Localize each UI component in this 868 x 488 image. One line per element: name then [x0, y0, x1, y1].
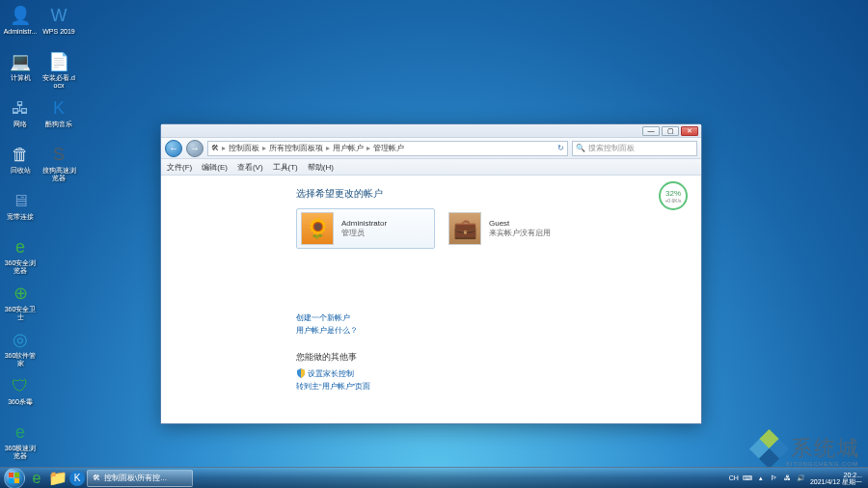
refresh-icon[interactable]: ↻	[557, 144, 564, 152]
address-bar[interactable]: 🛠 ▸ 控制面板 ▸ 所有控制面板项 ▸ 用户帐户 ▸ 管理帐户 ↻	[207, 141, 568, 156]
speed-badge[interactable]: 32% +0.6K/s	[659, 181, 688, 210]
menu-file[interactable]: 文件(F)	[167, 162, 192, 173]
folder-icon: 🛠	[211, 144, 219, 152]
navbar: ← → 🛠 ▸ 控制面板 ▸ 所有控制面板项 ▸ 用户帐户 ▸ 管理帐户 ↻ 🔍…	[161, 138, 701, 159]
shield-icon	[296, 368, 306, 378]
network-icon: 🖧	[8, 95, 33, 121]
desktop-icon-administrator[interactable]: 👤Administr...	[2, 2, 39, 46]
taskbar-pin-kugou[interactable]: K	[69, 471, 85, 486]
kuandai-icon: 🖥	[8, 188, 33, 213]
tray-chevron-icon[interactable]: ▴	[756, 474, 766, 483]
account-administrator[interactable]: 🌻 Administrator 管理员	[296, 208, 435, 249]
create-account-link[interactable]: 创建一个新帐户	[296, 312, 701, 325]
menubar: 文件(F) 编辑(E) 查看(V) 工具(T) 帮助(H)	[161, 159, 701, 176]
account-list: 🌻 Administrator 管理员 💼 Guest 来宾帐户没有启用	[296, 208, 701, 249]
administrator-icon: 👤	[8, 3, 33, 28]
avatar-icon: 💼	[448, 212, 481, 245]
360soft-icon: ◎	[8, 327, 33, 352]
tray-flag-icon[interactable]: 🏳	[770, 474, 779, 483]
360safe-icon: ⊕	[8, 281, 33, 306]
titlebar: — ▢ ✕	[161, 124, 701, 138]
taskbar-task-control-panel[interactable]: 🛠 控制面板\所有控...	[87, 470, 193, 487]
menu-edit[interactable]: 编辑(E)	[202, 162, 228, 173]
breadcrumb-item[interactable]: 控制面板	[229, 143, 259, 153]
search-box[interactable]: 🔍 搜索控制面板	[572, 141, 697, 156]
360shadu-icon: 🛡	[8, 373, 33, 398]
tray-lang[interactable]: CH	[729, 474, 739, 481]
account-guest[interactable]: 💼 Guest 来宾帐户没有启用	[445, 208, 583, 249]
minimize-button[interactable]: —	[642, 126, 660, 136]
computer-icon: 💻	[8, 49, 33, 74]
wps-icon: W	[46, 3, 71, 28]
desktop-icon-360shadu[interactable]: 🛡360杀毒	[2, 372, 39, 417]
svg-rect-2	[9, 478, 14, 483]
desktop-icon-sogou[interactable]: S搜狗高速浏览器	[41, 141, 77, 185]
control-panel-window: — ▢ ✕ ← → 🛠 ▸ 控制面板 ▸ 所有控制面板项 ▸ 用户帐户 ▸ 管理…	[160, 123, 702, 424]
system-tray: CH ⌨ ▴ 🏳 🖧 🔊 20:2... 2021/4/12 星期一	[729, 472, 864, 485]
360jisu-icon: e	[8, 420, 33, 445]
menu-help[interactable]: 帮助(H)	[308, 162, 334, 173]
recycle-icon: 🗑	[8, 142, 33, 167]
breadcrumb-item[interactable]: 所有控制面板项	[269, 143, 323, 153]
360browser-icon: e	[8, 234, 33, 259]
taskbar-pin-browser[interactable]: e	[27, 470, 46, 487]
close-button[interactable]: ✕	[681, 126, 698, 136]
maximize-button[interactable]: ▢	[662, 126, 679, 136]
svg-rect-3	[14, 478, 19, 483]
watermark: 系统城	[752, 432, 860, 465]
forward-button[interactable]: →	[186, 140, 203, 157]
windows-logo-icon	[9, 473, 20, 484]
desktop-icon-network[interactable]: 🖧网络	[2, 95, 39, 139]
desktop-icon-kuandai[interactable]: 🖥宽带连接	[2, 187, 39, 231]
content-area: 32% +0.6K/s 选择希望更改的帐户 🌻 Administrator 管理…	[161, 176, 701, 423]
watermark-logo-icon	[752, 432, 785, 465]
taskbar: e 📁 K 🛠 控制面板\所有控... CH ⌨ ▴ 🏳 🖧 🔊 20:2...…	[0, 467, 868, 488]
kugou-icon: K	[46, 95, 71, 121]
breadcrumb-item[interactable]: 管理帐户	[373, 143, 404, 153]
desktop-icon-360soft[interactable]: ◎360软件管家	[2, 326, 39, 370]
desktop-icon-wps[interactable]: WWPS 2019	[41, 2, 77, 46]
action-links: 创建一个新帐户 用户帐户是什么？	[296, 312, 701, 338]
section-heading: 选择希望更改的帐户	[296, 187, 701, 201]
desktop-icon-docx[interactable]: 📄安装必看.docx	[41, 48, 77, 93]
desktop-icons: 👤Administr...💻计算机🖧网络🗑回收站🖥宽带连接e360安全浏览器⊕3…	[2, 2, 77, 465]
desktop-icon-recycle[interactable]: 🗑回收站	[2, 141, 39, 185]
desktop-icon-360browser[interactable]: e360安全浏览器	[2, 233, 39, 278]
svg-rect-0	[9, 473, 14, 477]
what-is-account-link[interactable]: 用户帐户是什么？	[296, 325, 701, 338]
menu-tools[interactable]: 工具(T)	[273, 162, 298, 173]
goto-main-link[interactable]: 转到主“用户帐户”页面	[296, 382, 370, 391]
menu-view[interactable]: 查看(V)	[237, 162, 263, 173]
desktop: 👤Administr...💻计算机🖧网络🗑回收站🖥宽带连接e360安全浏览器⊕3…	[0, 0, 868, 488]
taskbar-pin-explorer[interactable]: 📁	[48, 470, 68, 487]
desktop-icon-computer[interactable]: 💻计算机	[2, 48, 39, 93]
sogou-icon: S	[46, 142, 71, 167]
avatar-icon: 🌻	[301, 212, 334, 245]
breadcrumb-item[interactable]: 用户帐户	[333, 143, 364, 153]
docx-icon: 📄	[46, 49, 71, 74]
search-icon: 🔍	[576, 144, 585, 152]
desktop-icon-kugou[interactable]: K酷狗音乐	[41, 95, 77, 139]
tray-network-icon[interactable]: 🖧	[783, 474, 793, 483]
parental-control-link[interactable]: 设置家长控制	[308, 369, 354, 378]
other-heading: 您能做的其他事	[296, 351, 701, 364]
tray-volume-icon[interactable]: 🔊	[797, 474, 806, 483]
task-icon: 🛠	[93, 474, 100, 482]
start-button[interactable]	[4, 468, 25, 489]
svg-rect-1	[14, 473, 19, 477]
back-button[interactable]: ←	[165, 140, 182, 157]
tray-ime-icon[interactable]: ⌨	[743, 474, 752, 483]
desktop-icon-360safe[interactable]: ⊕360安全卫士	[2, 280, 39, 324]
desktop-icon-360jisu[interactable]: e360极速浏览器	[2, 419, 39, 463]
taskbar-clock[interactable]: 20:2... 2021/4/12 星期一	[810, 472, 864, 485]
other-links: 设置家长控制 转到主“用户帐户”页面	[296, 367, 701, 393]
